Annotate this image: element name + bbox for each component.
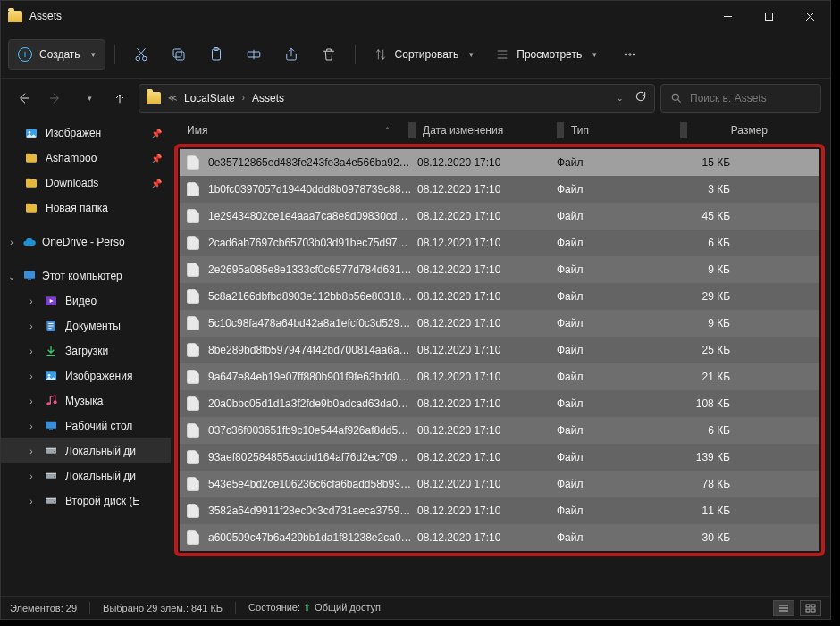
share-button[interactable] — [274, 39, 308, 70]
file-date: 08.12.2020 17:10 — [414, 424, 553, 437]
copy-button[interactable] — [162, 39, 196, 70]
sidebar-item-label: Локальный ди — [65, 470, 136, 482]
sidebar-item-pinned[interactable]: Ashampoo📌 — [1, 146, 171, 171]
sort-button[interactable]: Сортировать ▾ — [365, 39, 483, 70]
sidebar-item-label: Ashampoo — [46, 152, 97, 164]
table-row[interactable]: 1b0fc0397057d19440ddd8b0978739c8877…08.1… — [180, 176, 819, 203]
chevron-right-icon: › — [26, 296, 37, 306]
address-bar[interactable]: ≪ LocalState › Assets ⌄ — [139, 84, 655, 113]
cut-button[interactable] — [124, 39, 158, 70]
column-date[interactable]: Дата изменения — [419, 124, 553, 137]
sidebar-item-pinned[interactable]: Изображен📌 — [1, 121, 171, 146]
rename-button[interactable] — [237, 39, 271, 70]
file-name: 5c10c98fa478a64bd42a8a1efcf0c3d5296a… — [208, 317, 414, 330]
downloads-icon — [44, 344, 58, 358]
sidebar-item-pinned[interactable]: Downloads📌 — [1, 171, 171, 196]
column-size[interactable]: Размер — [691, 124, 771, 137]
monitor-icon — [22, 269, 37, 283]
close-button[interactable] — [789, 1, 830, 31]
table-row[interactable]: a600509c47b6a429bb1da1f81238e2ca08b…08.1… — [180, 524, 819, 551]
table-row[interactable]: 5c10c98fa478a64bd42a8a1efcf0c3d5296a…08.… — [180, 310, 819, 337]
file-type: Файл — [553, 344, 660, 356]
svg-point-16 — [629, 54, 631, 55]
sidebar-item[interactable]: ›Видео — [1, 288, 171, 313]
sidebar-item[interactable]: ›Локальный ди — [1, 463, 171, 488]
breadcrumb[interactable]: LocalState — [181, 92, 239, 104]
sidebar-item[interactable]: ›Музыка — [1, 388, 171, 413]
table-row[interactable]: 93aef802584855accbd164af76d2ec709425…08.… — [180, 444, 819, 471]
file-size: 11 КБ — [660, 505, 739, 517]
sidebar-item[interactable]: ›Документы — [1, 313, 171, 338]
search-input[interactable]: Поиск в: Assets — [660, 84, 821, 113]
view-button[interactable]: Просмотреть ▾ — [486, 39, 606, 70]
sidebar-item[interactable]: ›Загрузки — [1, 338, 171, 363]
file-type: Файл — [553, 210, 660, 222]
svg-rect-42 — [46, 473, 56, 475]
svg-rect-36 — [49, 429, 53, 430]
table-row[interactable]: 543e5e4bd2ce106236c6cfa6badd58b93c9…08.1… — [180, 471, 819, 497]
sort-asc-icon: ˆ — [386, 126, 389, 135]
delete-button[interactable] — [312, 39, 346, 70]
sidebar-item-label: Downloads — [46, 177, 98, 189]
svg-rect-35 — [46, 422, 56, 429]
minimize-button[interactable] — [707, 1, 748, 31]
nav-bar: ▾ ≪ LocalState › Assets ⌄ Поиск в: Asset… — [1, 78, 830, 117]
file-icon — [187, 236, 199, 250]
back-button[interactable] — [10, 85, 37, 112]
window-controls — [707, 1, 830, 31]
chevron-down-icon: ▾ — [88, 94, 92, 103]
recent-button[interactable]: ▾ — [74, 85, 101, 112]
command-bar: + Создать ▾ Сортировать ▾ — [1, 31, 830, 78]
table-row[interactable]: 037c36f003651fb9c10e544af926af8dd51fa…08… — [180, 417, 819, 444]
table-row[interactable]: 20a0bbc05d1d1a3f2fde9b0adcad63da0a8…08.1… — [180, 390, 819, 417]
file-icon — [187, 370, 199, 384]
sidebar-item[interactable]: ›Второй диск (E — [1, 488, 171, 513]
forward-button[interactable] — [42, 85, 69, 112]
details-view-button[interactable] — [773, 600, 794, 616]
paste-button[interactable] — [199, 39, 233, 70]
sidebar-item-onedrive[interactable]: › OneDrive - Perso — [1, 230, 171, 255]
svg-rect-39 — [46, 448, 56, 450]
sidebar-item-label: Изображения — [65, 370, 132, 382]
chevron-down-icon[interactable]: ⌄ — [617, 94, 624, 103]
new-button[interactable]: + Создать ▾ — [8, 39, 105, 70]
file-name: 20a0bbc05d1d1a3f2fde9b0adcad63da0a8… — [208, 397, 414, 410]
table-row[interactable]: 8be289bd8fb5979474f42bd700814aa6a70…08.1… — [180, 337, 819, 363]
file-date: 08.12.2020 17:10 — [414, 451, 553, 463]
svg-rect-50 — [811, 605, 815, 607]
column-type[interactable]: Тип — [567, 124, 676, 137]
sidebar-item[interactable]: ›Локальный ди — [1, 438, 171, 463]
sidebar-item-pinned[interactable]: Новая папка — [1, 196, 171, 221]
table-row[interactable]: 3582a64d9911f28ec0c3cd731aeca3759e4a…08.… — [180, 497, 819, 524]
table-row[interactable]: 9a647e84eb19e07ff880b901f9fe63bdd0b3…08.… — [180, 363, 819, 390]
chevron-left-icon: ≪ — [168, 93, 177, 103]
table-row[interactable]: 1e29434802ce1e4aaa7ca8e8d09830cdd33…08.1… — [180, 203, 819, 230]
divider — [114, 45, 115, 64]
file-type: Файл — [553, 237, 660, 249]
up-button[interactable] — [106, 85, 133, 112]
table-row[interactable]: 2e2695a085e8e1333cf0c6577d784d631b0a…08.… — [180, 256, 819, 283]
maximize-button[interactable] — [748, 1, 789, 31]
table-row[interactable]: 5c8a2166dbfbd8903e112bb8b56e80318bb…08.1… — [180, 283, 819, 310]
file-type: Файл — [553, 317, 660, 330]
sidebar-item[interactable]: ›Изображения — [1, 363, 171, 388]
new-button-label: Создать — [39, 48, 80, 61]
selection-highlight: 0e35712865ed483fe243fe3a4e566ba92c7c…08.… — [174, 144, 825, 556]
view-label: Просмотреть — [517, 48, 582, 61]
more-button[interactable] — [613, 39, 647, 70]
table-row[interactable]: 2cad6ab7697cb65703b03d91bec75d97376…08.1… — [180, 230, 819, 256]
refresh-button[interactable] — [634, 90, 647, 105]
file-size: 9 КБ — [660, 263, 739, 276]
table-row[interactable]: 0e35712865ed483fe243fe3a4e566ba92c7c…08.… — [180, 149, 819, 176]
plus-icon: + — [18, 47, 32, 62]
thumbnails-view-button[interactable] — [800, 600, 821, 616]
column-name[interactable]: Имя — [187, 124, 207, 137]
sidebar-item[interactable]: ›Рабочий стол — [1, 413, 171, 438]
file-name: 93aef802584855accbd164af76d2ec709425… — [208, 451, 414, 463]
file-list: Имя ˆ Дата изменения Тип Размер 0e357128… — [171, 117, 830, 596]
sidebar-item-thispc[interactable]: ⌄ Этот компьютер — [1, 263, 171, 288]
file-type: Файл — [553, 290, 660, 303]
breadcrumb[interactable]: Assets — [248, 92, 288, 104]
file-icon — [187, 289, 199, 304]
svg-rect-45 — [46, 498, 56, 500]
